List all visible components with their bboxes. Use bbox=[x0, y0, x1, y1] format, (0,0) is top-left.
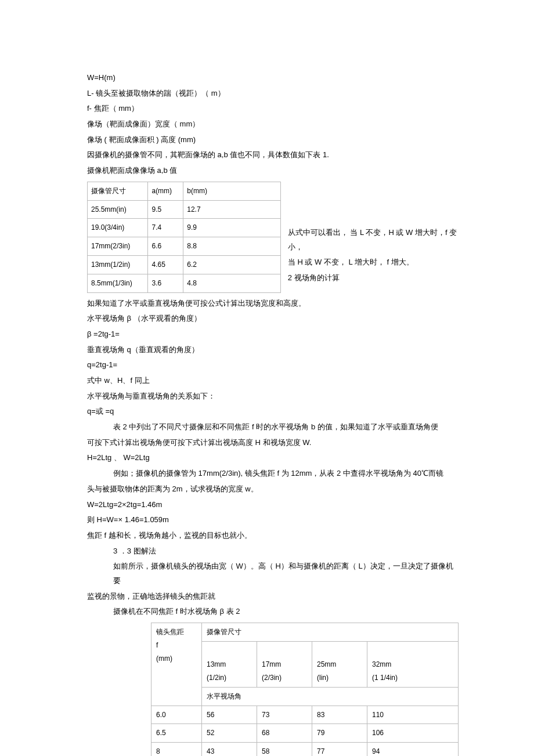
cell: 9.5 bbox=[148, 200, 183, 219]
cell: 7.4 bbox=[148, 219, 183, 237]
formula-line: q=2tg-1= bbox=[87, 358, 459, 372]
col-header: 25mm (lin) bbox=[312, 641, 367, 687]
col-header: 32mm (1 1/4in) bbox=[367, 641, 459, 687]
cell: 6.6 bbox=[148, 237, 183, 256]
definition-line: 像场（靶面成像面）宽度（ mm） bbox=[87, 117, 459, 132]
cell: 52 bbox=[202, 724, 257, 743]
text-line: 如果知道了水平或垂直视场角便可按公式计算出现场宽度和高度。 bbox=[87, 296, 459, 311]
col-header: 13mm (1/2in) bbox=[202, 641, 257, 687]
cell: 6.2 bbox=[183, 256, 281, 274]
cell: 12.7 bbox=[183, 200, 281, 219]
formula-line: W=H(m) bbox=[87, 71, 459, 85]
definition-line: f- 焦距（ mm） bbox=[87, 102, 459, 116]
text-line: 焦距 f 越和长，视场角越小，监视的目标也就小。 bbox=[87, 529, 459, 543]
table-header-row: 镜头焦距 f (mm) 摄像管尺寸 bbox=[151, 623, 459, 642]
cell: 68 bbox=[257, 724, 312, 743]
side-notes: 从式中可以看出， 当 L 不变，H 或 W 增大时，f 变小， 当 H 或 W … bbox=[288, 225, 459, 287]
col-header: a(mm) bbox=[148, 182, 183, 200]
cell: 8.5mm(1/3in) bbox=[88, 274, 148, 292]
cell: 79 bbox=[312, 724, 367, 743]
definition-line: L- 镜头至被摄取物体的踹（视距）（ m） bbox=[87, 86, 459, 101]
cell: 56 bbox=[202, 706, 257, 724]
cell: 73 bbox=[257, 706, 312, 724]
text-line: 表 2 中列出了不同尺寸摄像层和不同焦距 f 时的水平视场角 b 的值，如果知道… bbox=[87, 420, 459, 435]
cell: 58 bbox=[257, 743, 312, 756]
cell: 94 bbox=[367, 743, 459, 756]
table-row: 6.0 56 73 83 110 bbox=[151, 706, 459, 724]
table-row: 19.0(3/4in) 7.4 9.9 bbox=[88, 219, 281, 237]
cell: 4.65 bbox=[148, 256, 183, 274]
text-line: 水平视场角与垂直视场角的关系如下： bbox=[87, 389, 459, 404]
span-label: 水平视场角 bbox=[202, 687, 459, 706]
cell: 25.5mm(in) bbox=[88, 200, 148, 219]
cell: 6.5 bbox=[151, 724, 202, 743]
side-note-line: 从式中可以看出， 当 L 不变，H 或 W 增大时，f 变小， bbox=[288, 226, 459, 254]
formula-line: H=2Ltg 、 W=2Ltg bbox=[87, 451, 459, 465]
cell: 43 bbox=[202, 743, 257, 756]
cell: 3.6 bbox=[148, 274, 183, 292]
cell: 83 bbox=[312, 706, 367, 724]
cell: 110 bbox=[367, 706, 459, 724]
col-header: 摄像管尺寸 bbox=[88, 182, 148, 200]
col-header: 17mm (2/3in) bbox=[257, 641, 312, 687]
cell: 8.8 bbox=[183, 237, 281, 256]
table-caption: 摄像机靶面成像像场 a,b 值 bbox=[87, 164, 459, 178]
text-line: 头与被摄取物体的距离为 2m，试求视场的宽度 w。 bbox=[87, 482, 459, 497]
side-note-line: 当 H 或 W 不变， L 增大时， f 增大。 bbox=[288, 255, 459, 270]
table-with-sidenotes: 摄像管尺寸 a(mm) b(mm) 25.5mm(in) 9.5 12.7 19… bbox=[87, 179, 459, 295]
formula-line: q=或 =q bbox=[87, 404, 459, 419]
text-line: 监视的景物，正确地选择镜头的焦距就 bbox=[87, 589, 459, 604]
table-row: 25.5mm(in) 9.5 12.7 bbox=[88, 200, 281, 219]
cell: 106 bbox=[367, 724, 459, 743]
text-line: 水平视场角 β （水平观看的角度） bbox=[87, 312, 459, 326]
cell: 77 bbox=[312, 743, 367, 756]
table-row: 17mm(2/3in) 6.6 8.8 bbox=[88, 237, 281, 256]
row-header: 镜头焦距 f (mm) bbox=[151, 623, 202, 706]
table-row: 13mm(1/2in) 4.65 6.2 bbox=[88, 256, 281, 274]
table-caption: 摄像机在不同焦距 f 时水视场角 β 表 2 bbox=[87, 605, 459, 619]
definition-line: 像场 ( 靶面成像面积 ) 高度 (mm) bbox=[87, 133, 459, 147]
cell: 8 bbox=[151, 743, 202, 756]
col-group-header: 摄像管尺寸 bbox=[202, 623, 459, 642]
text-line: 如前所示，摄像机镜头的视场由宽（ W）。高（ H）和与摄像机的距离（ L）决定，… bbox=[87, 559, 459, 588]
cell: 6.0 bbox=[151, 706, 202, 724]
cell: 17mm(2/3in) bbox=[88, 237, 148, 256]
formula-line: β =2tg-1= bbox=[87, 327, 459, 342]
formula-line: W=2Ltg=2×2tg=1.46m bbox=[87, 498, 459, 512]
col-header: b(mm) bbox=[183, 182, 281, 200]
text-line: 式中 w、H、f 同上 bbox=[87, 374, 459, 388]
table-row: 8.5mm(1/3in) 3.6 4.8 bbox=[88, 274, 281, 292]
target-dimensions-table: 摄像管尺寸 a(mm) b(mm) 25.5mm(in) 9.5 12.7 19… bbox=[87, 182, 281, 293]
text-line: 垂直视场角 q（垂直观看的角度） bbox=[87, 343, 459, 357]
section-heading: 3 ．3 图解法 bbox=[87, 544, 459, 559]
table-row: 8 43 58 77 94 bbox=[151, 743, 459, 756]
table-row: 6.5 52 68 79 106 bbox=[151, 724, 459, 743]
formula-line: 则 H=W=× 1.46=1.059m bbox=[87, 513, 459, 527]
text-line: 因摄像机的摄像管不同，其靶面像场的 a,b 值也不同，具体数值如下表 1. bbox=[87, 148, 459, 162]
focal-length-table: 镜头焦距 f (mm) 摄像管尺寸 13mm (1/2in) 17mm (2/3… bbox=[151, 623, 459, 756]
cell: 4.8 bbox=[183, 274, 281, 292]
side-note-line: 2 视场角的计算 bbox=[288, 271, 459, 285]
cell: 9.9 bbox=[183, 219, 281, 237]
cell: 13mm(1/2in) bbox=[88, 256, 148, 274]
cell: 19.0(3/4in) bbox=[88, 219, 148, 237]
text-line: 例如；摄像机的摄像管为 17mm(2/3in), 镜头焦距 f 为 12mm，从… bbox=[87, 466, 459, 481]
text-line: 可按下式计算出视场角便可按下式计算出视场高度 H 和视场宽度 W. bbox=[87, 436, 459, 450]
table-header-row: 摄像管尺寸 a(mm) b(mm) bbox=[88, 182, 281, 200]
